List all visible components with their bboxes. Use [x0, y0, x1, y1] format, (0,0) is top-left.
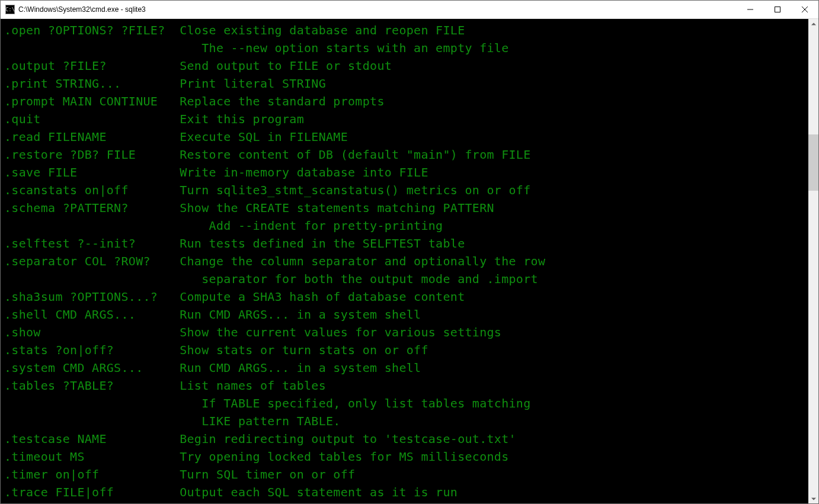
window-title: C:\Windows\System32\cmd.exe - sqlite3 — [18, 5, 146, 14]
scroll-thumb[interactable] — [808, 134, 818, 191]
chevron-down-icon — [811, 496, 816, 501]
scroll-up-button[interactable] — [808, 19, 818, 29]
app-window: C:\ C:\Windows\System32\cmd.exe - sqlite… — [0, 0, 819, 504]
scroll-track[interactable] — [808, 29, 818, 493]
svg-rect-0 — [775, 7, 780, 12]
minimize-button[interactable] — [737, 1, 764, 18]
scroll-down-button[interactable] — [808, 493, 818, 503]
terminal-text: .open ?OPTIONS? ?FILE? Close existing da… — [4, 21, 808, 501]
close-icon — [802, 7, 808, 12]
maximize-button[interactable] — [764, 1, 791, 18]
chevron-up-icon — [811, 22, 816, 27]
maximize-icon — [775, 7, 780, 12]
titlebar[interactable]: C:\ C:\Windows\System32\cmd.exe - sqlite… — [1, 1, 818, 19]
client-area: .open ?OPTIONS? ?FILE? Close existing da… — [1, 19, 818, 503]
cmd-icon: C:\ — [5, 5, 15, 14]
terminal-output[interactable]: .open ?OPTIONS? ?FILE? Close existing da… — [1, 19, 808, 503]
vertical-scrollbar[interactable] — [808, 19, 818, 503]
minimize-icon — [747, 7, 753, 12]
close-button[interactable] — [791, 1, 818, 18]
